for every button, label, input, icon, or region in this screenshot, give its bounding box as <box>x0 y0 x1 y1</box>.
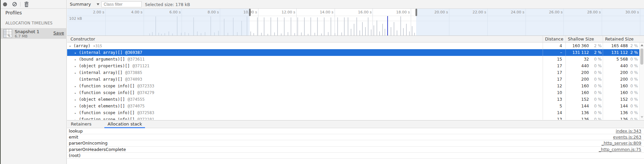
shallow-size-cell: 1600 % <box>565 83 603 89</box>
heap-row[interactable]: (internal array)[]@374093172000 %2000 % <box>67 76 644 83</box>
expander-icon[interactable]: ▸ <box>67 110 79 116</box>
column-header-constructor[interactable]: Constructor <box>67 36 543 42</box>
heap-row[interactable]: ▸(object elements)[]@374555131520 %1520 … <box>67 96 644 103</box>
retained-size-cell: 1440 % <box>603 103 639 109</box>
retained-size-percent: 0 % <box>628 56 639 63</box>
allocation-bar <box>356 17 357 35</box>
shallow-size-percent: 0 % <box>589 103 603 109</box>
table-scrollbar[interactable] <box>639 43 644 120</box>
shallow-size-percent: 2 % <box>589 43 603 49</box>
heap-row[interactable]: ▸(internal array)[]@373885172000 %2000 % <box>67 69 644 76</box>
retained-size-percent: 0 % <box>628 76 639 83</box>
sidebar-item-snapshot-1[interactable]: % Snapshot 1 6.7 MB Save <box>1 28 67 39</box>
retained-size-percent: 0 % <box>628 109 639 116</box>
heap-row[interactable]: ▸(function scope info)[]@372583141360 %1… <box>67 109 644 116</box>
object-id: @373611 <box>128 57 145 62</box>
expander-icon[interactable]: ▸ <box>67 103 79 109</box>
heap-row[interactable]: ▸(function scope info)[]@374279101600 %1… <box>67 89 644 96</box>
column-header-retained-size[interactable]: Retained Size <box>603 36 639 42</box>
object-id: @373885 <box>125 70 142 75</box>
time-gridline <box>335 9 335 35</box>
trash-icon[interactable] <box>24 2 29 7</box>
shallow-size-cell: 320 % <box>565 56 603 63</box>
expander-icon[interactable]: ▸ <box>67 96 79 103</box>
heap-row[interactable]: ▸(function scope info)[]@372333121600 %1… <box>67 83 644 89</box>
retained-size-value: 200 <box>603 76 628 83</box>
constructor-cell: ▸(internal array)[]@373885 <box>67 69 543 76</box>
expander-icon[interactable]: ▸ <box>67 116 79 120</box>
shallow-size-cell: 1360 % <box>565 116 603 120</box>
heap-row[interactable]: ▸(function scope info)[]@372101131360 %1… <box>67 116 644 120</box>
source-link[interactable]: _http_common.js:75 <box>599 147 644 152</box>
retained-size-cell: 1360 % <box>603 116 639 120</box>
allocation-bar <box>377 20 377 35</box>
class-filter-input[interactable] <box>101 1 142 7</box>
allocation-bar <box>284 17 285 35</box>
chevron-down-icon[interactable] <box>97 3 99 5</box>
expander-icon[interactable]: ▸ <box>67 90 79 96</box>
stack-frame-row[interactable]: parserOnHeadersComplete_http_common.js:7… <box>67 147 644 153</box>
heap-row[interactable]: ▾(array)×3154160 3602 %165 4882 % <box>67 43 644 49</box>
scrollbar-thumb[interactable] <box>640 49 643 65</box>
retained-size-value: 165 488 <box>603 43 628 49</box>
ruler-tick-label: 16.00 s <box>347 10 371 14</box>
tab-retainers[interactable]: Retainers <box>68 120 94 128</box>
constructor-name: (internal array)[] <box>79 70 122 75</box>
retained-size-cell: 2000 % <box>603 76 639 83</box>
heap-snapshot-icon: % <box>3 29 12 38</box>
toolbar-divider <box>20 2 20 7</box>
expander-icon[interactable]: ▸ <box>67 63 79 69</box>
shallow-size-cell: 131 1122 % <box>565 49 603 56</box>
record-icon[interactable] <box>3 2 7 6</box>
column-header-distance[interactable]: Distance <box>543 36 565 42</box>
object-id: @374093 <box>125 77 142 82</box>
ruler-tick-label: 6.00 s <box>156 10 181 14</box>
tab-allocation-stack[interactable]: Allocation stack <box>104 120 145 128</box>
stack-frame-row[interactable]: parserOnIncoming_http_server.js:809 <box>67 140 644 146</box>
expander-icon[interactable]: ▸ <box>67 83 79 89</box>
shallow-size-value: 136 <box>566 109 589 116</box>
expander-icon[interactable]: ▸ <box>67 56 79 63</box>
expander-icon[interactable]: ▸ <box>67 50 79 56</box>
allocation-overview[interactable]: 2.00 s4.00 s6.00 s8.00 s10.00 s12.00 s14… <box>67 9 644 36</box>
allocation-bar <box>314 33 315 35</box>
scroll-up-icon[interactable] <box>641 44 643 46</box>
selection-handle-right[interactable] <box>415 9 417 16</box>
save-link[interactable]: Save <box>53 30 64 35</box>
allocation-bar <box>250 31 251 35</box>
allocation-stack-list: lookupindex.js:343emitevents.js:263parse… <box>67 128 644 159</box>
ruler-tick-label: 24.00 s <box>500 10 525 14</box>
stack-frame-row[interactable]: lookupindex.js:343 <box>67 128 644 134</box>
stack-frame-row[interactable]: emitevents.js:263 <box>67 134 644 140</box>
source-link[interactable]: _http_server.js:809 <box>601 141 644 146</box>
selection-handle-left[interactable] <box>249 9 251 16</box>
shallow-size-cell: 1440 % <box>565 103 603 109</box>
column-header-shallow-size[interactable]: Shallow Size <box>565 36 603 42</box>
scroll-down-icon[interactable] <box>641 116 643 118</box>
constructor-cell: ▸(internal array)[]@369387 <box>67 49 543 56</box>
heap-row[interactable]: ▸(object properties)[]@371121174400 %440… <box>67 63 644 69</box>
constructor-name: (array) <box>73 44 91 48</box>
retained-size-value: 144 <box>603 103 628 109</box>
allocation-bar <box>385 29 385 35</box>
source-link[interactable]: events.js:263 <box>613 135 644 140</box>
allocation-bar <box>368 17 368 35</box>
stack-frame-row[interactable]: (root) <box>67 153 644 159</box>
perspective-select[interactable]: Summary <box>70 2 91 7</box>
clear-icon[interactable] <box>12 2 17 6</box>
expander-icon[interactable]: ▾ <box>67 43 73 49</box>
allocation-bar <box>328 32 329 35</box>
allocation-bar <box>403 28 404 35</box>
retained-size-cell: 1520 % <box>603 96 639 103</box>
heap-row[interactable]: ▸(internal array)[]@369387–131 1122 %131… <box>67 49 644 56</box>
allocation-bar <box>324 17 325 35</box>
expander-icon[interactable]: ▸ <box>67 70 79 76</box>
ruler-tick-label: 18.00 s <box>386 10 410 14</box>
heap-row[interactable]: ▸(object elements)[]@37407551440 %1440 % <box>67 103 644 109</box>
snapshot-title: Snapshot 1 <box>15 29 39 34</box>
allocation-bar <box>301 32 302 35</box>
distance-cell: 17 <box>543 76 565 83</box>
source-link[interactable]: index.js:343 <box>616 129 644 134</box>
heap-row[interactable]: ▸(bound arguments)[]@37361115320 %5 5680… <box>67 56 644 63</box>
allocation-bar <box>281 33 282 35</box>
